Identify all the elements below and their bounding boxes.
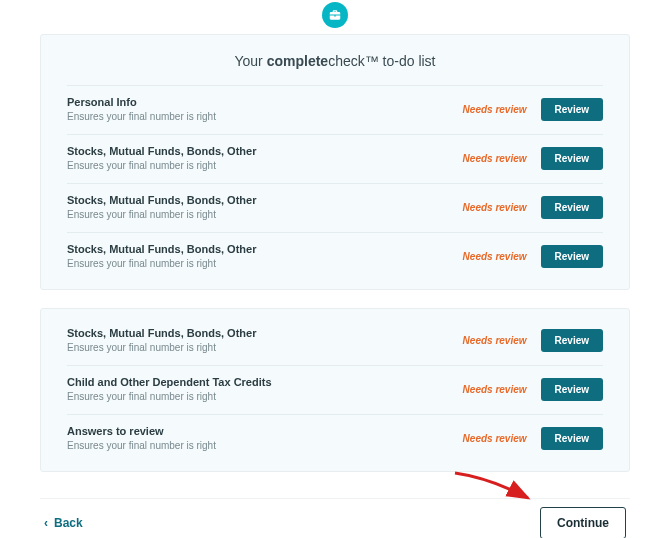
row-title: Stocks, Mutual Funds, Bonds, Other	[67, 145, 463, 157]
todo-row: Stocks, Mutual Funds, Bonds, Other Ensur…	[67, 183, 603, 232]
review-button[interactable]: Review	[541, 196, 603, 219]
row-subtitle: Ensures your final number is right	[67, 258, 463, 269]
review-button[interactable]: Review	[541, 427, 603, 450]
status-badge: Needs review	[463, 384, 527, 395]
briefcase-icon	[322, 2, 348, 28]
todo-row: Stocks, Mutual Funds, Bonds, Other Ensur…	[67, 134, 603, 183]
row-subtitle: Ensures your final number is right	[67, 440, 463, 451]
status-badge: Needs review	[463, 202, 527, 213]
row-subtitle: Ensures your final number is right	[67, 209, 463, 220]
todo-row: Child and Other Dependent Tax Credits En…	[67, 365, 603, 414]
footer-bar: ‹ Back Continue	[40, 498, 630, 538]
review-button[interactable]: Review	[541, 147, 603, 170]
row-subtitle: Ensures your final number is right	[67, 391, 463, 402]
status-badge: Needs review	[463, 335, 527, 346]
row-title: Answers to review	[67, 425, 463, 437]
review-button[interactable]: Review	[541, 98, 603, 121]
todo-row: Personal Info Ensures your final number …	[67, 85, 603, 134]
row-title: Stocks, Mutual Funds, Bonds, Other	[67, 243, 463, 255]
chevron-left-icon: ‹	[44, 516, 48, 530]
back-label: Back	[54, 516, 83, 530]
status-badge: Needs review	[463, 433, 527, 444]
todo-card-1: Your completecheck™ to-do list Personal …	[40, 34, 630, 290]
review-button[interactable]: Review	[541, 378, 603, 401]
row-subtitle: Ensures your final number is right	[67, 111, 463, 122]
review-button[interactable]: Review	[541, 329, 603, 352]
status-badge: Needs review	[463, 251, 527, 262]
page-title: Your completecheck™ to-do list	[67, 53, 603, 69]
todo-row: Stocks, Mutual Funds, Bonds, Other Ensur…	[67, 317, 603, 365]
row-title: Child and Other Dependent Tax Credits	[67, 376, 463, 388]
review-button[interactable]: Review	[541, 245, 603, 268]
back-button[interactable]: ‹ Back	[44, 516, 83, 530]
status-badge: Needs review	[463, 104, 527, 115]
status-badge: Needs review	[463, 153, 527, 164]
todo-row: Stocks, Mutual Funds, Bonds, Other Ensur…	[67, 232, 603, 281]
header-badge	[40, 2, 630, 28]
row-title: Stocks, Mutual Funds, Bonds, Other	[67, 194, 463, 206]
todo-card-2: Stocks, Mutual Funds, Bonds, Other Ensur…	[40, 308, 630, 472]
continue-button[interactable]: Continue	[540, 507, 626, 538]
todo-row: Answers to review Ensures your final num…	[67, 414, 603, 463]
row-subtitle: Ensures your final number is right	[67, 160, 463, 171]
row-subtitle: Ensures your final number is right	[67, 342, 463, 353]
row-title: Stocks, Mutual Funds, Bonds, Other	[67, 327, 463, 339]
row-title: Personal Info	[67, 96, 463, 108]
